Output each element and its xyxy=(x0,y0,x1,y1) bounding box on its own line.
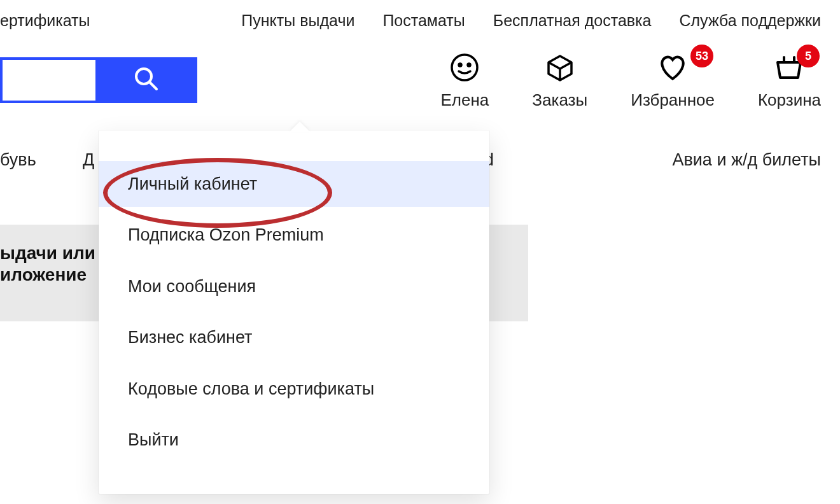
header-orders-label: Заказы xyxy=(532,90,587,110)
header-actions: Елена Заказы 53 Избранное 5 xyxy=(441,48,822,110)
svg-point-4 xyxy=(468,64,470,66)
svg-point-3 xyxy=(459,64,461,66)
category-avia[interactable]: Авиа и ж/д билеты xyxy=(672,150,821,170)
search-input[interactable] xyxy=(0,57,95,103)
top-link-lockers[interactable]: Постаматы xyxy=(382,11,465,30)
svg-line-1 xyxy=(150,83,157,89)
dropdown-item-messages[interactable]: Мои сообщения xyxy=(99,263,489,309)
header-user[interactable]: Елена xyxy=(441,48,489,110)
box-icon xyxy=(541,48,579,87)
favorites-badge: 53 xyxy=(690,45,713,67)
user-dropdown: Личный кабинет Подписка Ozon Premium Мои… xyxy=(99,130,489,494)
header-orders[interactable]: Заказы xyxy=(532,48,587,110)
dropdown-item-business[interactable]: Бизнес кабинет xyxy=(99,314,489,360)
top-link-support[interactable]: Служба поддержки xyxy=(679,11,821,30)
heart-icon xyxy=(654,48,692,87)
dropdown-item-codes[interactable]: Кодовые слова и сертификаты xyxy=(99,366,489,412)
category-shoes-fragment[interactable]: бувь xyxy=(0,150,36,170)
banner-line1: ыдачи или xyxy=(0,242,95,264)
face-icon xyxy=(445,48,484,87)
category-d-fragment[interactable]: Д xyxy=(83,150,94,170)
dropdown-item-premium[interactable]: Подписка Ozon Premium xyxy=(99,212,489,258)
top-links: Пункты выдачи Постаматы Бесплатная доста… xyxy=(241,11,821,30)
dropdown-item-account[interactable]: Личный кабинет xyxy=(99,161,489,207)
header-favorites[interactable]: 53 Избранное xyxy=(631,48,715,110)
search-icon xyxy=(131,64,162,97)
dropdown-item-logout[interactable]: Выйти xyxy=(99,417,489,463)
header-cart-label: Корзина xyxy=(758,90,821,110)
top-link-free-delivery[interactable]: Бесплатная доставка xyxy=(493,11,652,30)
banner-line2: иложение xyxy=(0,264,95,286)
header-favorites-label: Избранное xyxy=(631,90,715,110)
top-link-certificates-fragment[interactable]: ертификаты xyxy=(0,11,90,30)
top-link-pickup[interactable]: Пункты выдачи xyxy=(241,11,354,30)
banner-text: ыдачи или иложение xyxy=(0,242,95,285)
search-bar xyxy=(0,57,197,103)
cart-badge: 5 xyxy=(797,45,820,67)
search-button[interactable] xyxy=(95,57,197,103)
svg-point-2 xyxy=(452,55,477,80)
header-cart[interactable]: 5 Корзина xyxy=(758,48,821,110)
header-user-label: Елена xyxy=(441,90,489,110)
svg-point-0 xyxy=(136,69,151,84)
